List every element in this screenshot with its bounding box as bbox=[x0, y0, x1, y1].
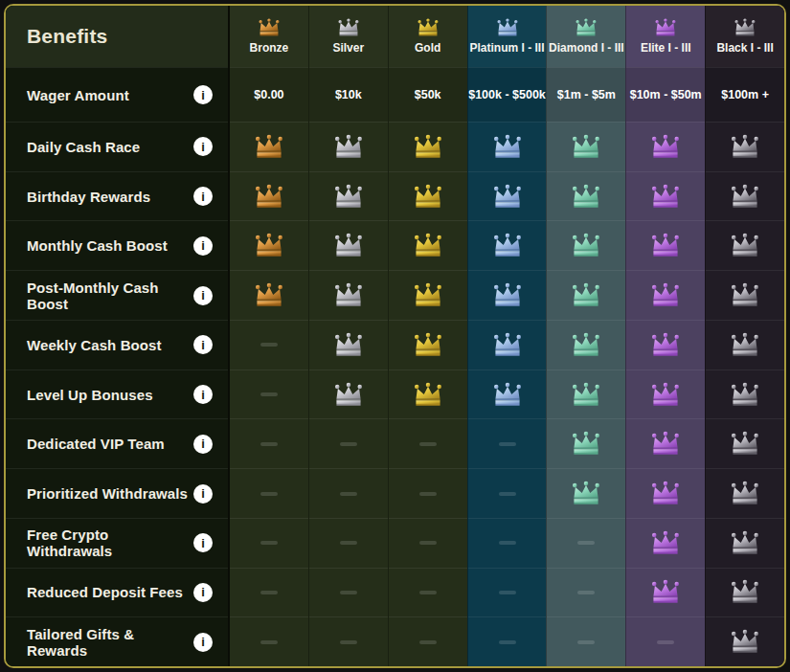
benefit-cell-birthday-rewards-silver bbox=[309, 171, 388, 221]
benefit-cell-level-up-bonuses-black-i-iii bbox=[706, 370, 784, 419]
benefit-cell-weekly-cash-boost-gold bbox=[389, 320, 467, 370]
dash-icon bbox=[260, 541, 278, 545]
info-icon[interactable]: i bbox=[193, 187, 213, 206]
info-icon[interactable]: i bbox=[193, 85, 213, 104]
crown-icon bbox=[492, 134, 523, 160]
info-icon[interactable]: i bbox=[193, 335, 213, 354]
benefit-cell-tailored-gifts-rewards-black-i-iii bbox=[706, 616, 784, 666]
dash-icon bbox=[499, 541, 516, 545]
row-label-reduced-deposit-fees: Reduced Deposit Fees i bbox=[6, 568, 228, 617]
benefit-cell-free-crypto-withdrawals-bronze bbox=[230, 518, 308, 568]
info-icon[interactable]: i bbox=[193, 435, 213, 454]
wager-amount-cell: $50k bbox=[389, 67, 467, 122]
benefit-cell-daily-cash-race-gold bbox=[389, 122, 467, 171]
benefit-cell-free-crypto-withdrawals-elite-i-iii bbox=[626, 518, 705, 568]
benefit-cell-daily-cash-race-diamond-i-iii bbox=[547, 122, 625, 171]
row-label-monthly-cash-boost: Monthly Cash Boost i bbox=[6, 220, 228, 270]
benefit-label: Birthday Rewards bbox=[27, 189, 150, 205]
benefit-cell-tailored-gifts-rewards-elite-i-iii bbox=[626, 616, 705, 666]
crown-icon bbox=[730, 530, 760, 556]
dash-icon bbox=[260, 640, 278, 644]
info-icon[interactable]: i bbox=[193, 236, 213, 256]
dash-icon bbox=[340, 640, 357, 644]
crown-icon bbox=[492, 332, 523, 358]
benefit-label: Wager Amount bbox=[27, 87, 129, 103]
crown-icon bbox=[730, 134, 760, 160]
info-icon[interactable]: i bbox=[193, 484, 213, 504]
wager-amount-cell: $10m - $50m bbox=[626, 67, 705, 122]
crown-icon bbox=[730, 184, 760, 210]
info-icon[interactable]: i bbox=[193, 137, 213, 156]
tier-name: Elite I - III bbox=[641, 41, 691, 55]
dash-icon bbox=[577, 541, 595, 545]
benefit-cell-weekly-cash-boost-bronze bbox=[230, 320, 308, 370]
crown-icon bbox=[650, 282, 681, 308]
benefit-cell-daily-cash-race-bronze bbox=[230, 122, 308, 171]
crown-icon bbox=[571, 184, 601, 210]
benefit-cell-birthday-rewards-platinum-i-iii bbox=[468, 171, 547, 221]
benefits-label-column: Benefits Wager Amount i Daily Cash Race … bbox=[6, 6, 230, 666]
tier-name: Diamond I - III bbox=[549, 41, 624, 55]
crown-icon bbox=[258, 18, 281, 37]
crown-icon bbox=[413, 184, 443, 210]
info-icon[interactable]: i bbox=[193, 286, 213, 305]
page-title: Benefits bbox=[6, 6, 228, 67]
tier-header: Elite I - III bbox=[626, 6, 705, 67]
tier-columns: Bronze $0.00 bbox=[230, 6, 784, 666]
benefit-cell-post-monthly-cash-boost-diamond-i-iii bbox=[547, 270, 625, 320]
benefit-cell-birthday-rewards-gold bbox=[389, 171, 467, 221]
benefit-cell-dedicated-vip-team-bronze bbox=[230, 418, 308, 468]
benefit-cell-weekly-cash-boost-elite-i-iii bbox=[626, 320, 705, 370]
tier-header: Gold bbox=[389, 6, 467, 67]
benefit-cell-prioritized-withdrawals-gold bbox=[389, 468, 467, 518]
crown-icon bbox=[654, 18, 677, 37]
crown-icon bbox=[571, 233, 601, 258]
tier-crown-icon bbox=[575, 18, 598, 37]
crown-icon bbox=[337, 18, 360, 37]
crown-icon bbox=[492, 382, 523, 408]
crown-icon bbox=[730, 332, 760, 358]
tier-header: Bronze bbox=[230, 6, 308, 67]
crown-icon bbox=[254, 184, 284, 210]
crown-icon bbox=[333, 382, 364, 408]
dash-icon bbox=[340, 442, 357, 446]
benefit-cell-birthday-rewards-diamond-i-iii bbox=[547, 171, 625, 221]
dash-icon bbox=[657, 640, 674, 644]
benefit-cell-weekly-cash-boost-silver bbox=[309, 320, 388, 370]
crown-icon bbox=[333, 233, 364, 258]
benefit-cell-weekly-cash-boost-platinum-i-iii bbox=[468, 320, 547, 370]
info-icon[interactable]: i bbox=[193, 633, 213, 652]
benefit-cell-reduced-deposit-fees-platinum-i-iii bbox=[468, 568, 547, 617]
benefit-cell-reduced-deposit-fees-black-i-iii bbox=[706, 568, 784, 617]
dash-icon bbox=[577, 591, 595, 594]
row-label-daily-cash-race: Daily Cash Race i bbox=[6, 122, 228, 171]
dash-icon bbox=[499, 492, 516, 496]
benefit-cell-tailored-gifts-rewards-gold bbox=[389, 616, 467, 666]
benefit-cell-monthly-cash-boost-diamond-i-iii bbox=[547, 220, 625, 270]
tier-header: Silver bbox=[309, 6, 388, 67]
benefit-label: Tailored Gifts & Rewards bbox=[27, 626, 193, 659]
wager-amount-cell: $1m - $5m bbox=[547, 67, 625, 122]
crown-icon bbox=[413, 282, 443, 308]
benefit-cell-prioritized-withdrawals-black-i-iii bbox=[706, 468, 784, 518]
tier-header: Black I - III bbox=[706, 6, 784, 67]
info-icon[interactable]: i bbox=[193, 533, 213, 552]
dash-icon bbox=[260, 492, 278, 496]
benefit-cell-dedicated-vip-team-diamond-i-iii bbox=[547, 418, 625, 468]
row-label-post-monthly-cash-boost: Post-Monthly Cash Boost i bbox=[6, 270, 228, 320]
benefit-cell-monthly-cash-boost-elite-i-iii bbox=[626, 220, 705, 270]
benefit-cell-monthly-cash-boost-silver bbox=[309, 220, 388, 270]
crown-icon bbox=[571, 481, 601, 506]
row-label-wager-amount: Wager Amount i bbox=[6, 67, 228, 122]
info-icon[interactable]: i bbox=[193, 583, 213, 602]
tier-name: Silver bbox=[332, 41, 364, 55]
benefit-label: Weekly Cash Boost bbox=[27, 337, 162, 353]
crown-icon bbox=[413, 233, 443, 258]
crown-icon bbox=[571, 431, 601, 457]
benefit-cell-dedicated-vip-team-platinum-i-iii bbox=[468, 418, 547, 468]
benefit-cell-post-monthly-cash-boost-silver bbox=[309, 270, 388, 320]
info-icon[interactable]: i bbox=[193, 385, 213, 404]
crown-icon bbox=[734, 18, 756, 37]
benefit-cell-post-monthly-cash-boost-gold bbox=[389, 270, 467, 320]
benefit-cell-dedicated-vip-team-silver bbox=[309, 418, 388, 468]
